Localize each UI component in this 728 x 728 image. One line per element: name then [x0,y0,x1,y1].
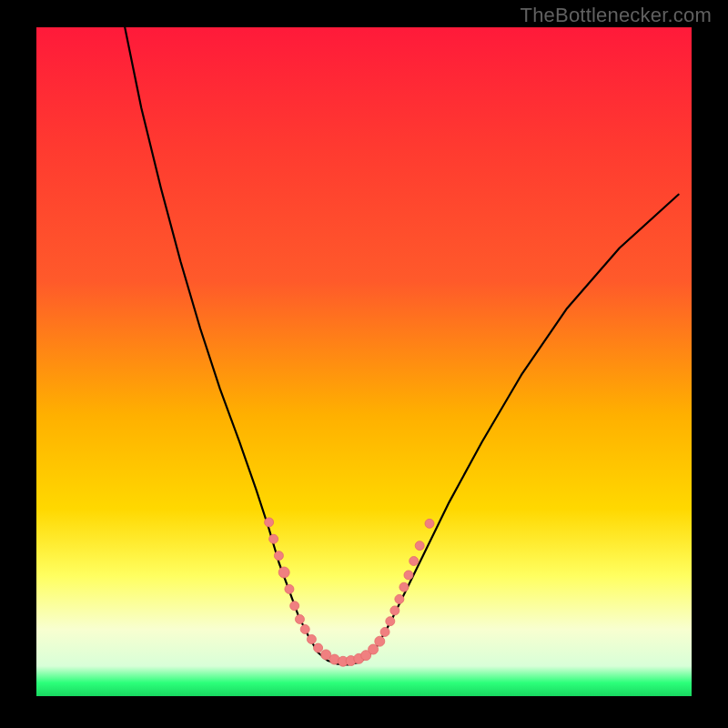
data-point [415,541,424,551]
bottleneck-chart: TheBottlenecker.com [0,0,728,728]
data-point [410,557,419,566]
data-point [295,614,304,623]
data-point [399,582,409,592]
data-point [290,602,299,611]
data-point [278,567,289,578]
data-point [375,636,385,646]
data-point [269,534,278,543]
data-point [404,571,413,580]
data-point [369,644,379,654]
data-point [307,635,316,644]
data-point [314,643,323,652]
data-point [380,627,389,636]
data-point [285,584,294,593]
data-point [425,519,434,528]
data-point [265,518,274,527]
plot-area [36,27,692,696]
data-point [274,551,283,561]
data-point [390,606,399,615]
data-point [300,625,309,634]
chart-svg [0,0,728,728]
data-point [395,594,404,603]
watermark-text: TheBottlenecker.com [521,4,712,27]
data-point [386,617,395,626]
